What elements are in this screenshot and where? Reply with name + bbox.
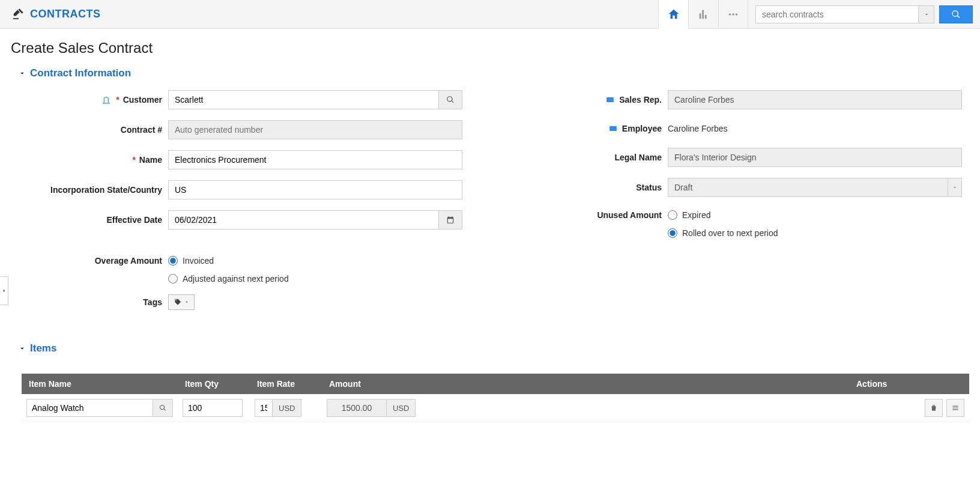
overage-adjusted-radio[interactable] bbox=[168, 274, 178, 284]
caret-down-icon bbox=[184, 300, 189, 305]
section-contract-info-title: Contract Information bbox=[30, 67, 131, 79]
gavel-icon bbox=[12, 7, 25, 22]
th-amount: Amount bbox=[322, 374, 430, 394]
employee-value: Caroline Forbes bbox=[668, 120, 728, 137]
tag-icon bbox=[174, 298, 182, 306]
label-contract-no: Contract # bbox=[121, 125, 162, 135]
svg-rect-3 bbox=[606, 97, 614, 102]
section-items-toggle[interactable]: Items bbox=[18, 342, 969, 354]
id-card-icon bbox=[605, 96, 616, 104]
row-options-button[interactable] bbox=[946, 399, 964, 417]
chevron-right-icon bbox=[1, 288, 7, 294]
label-employee: Employee bbox=[622, 124, 662, 133]
overage-invoiced-label: Invoiced bbox=[183, 256, 214, 266]
status-value[interactable] bbox=[668, 178, 948, 197]
customer-lookup-button[interactable] bbox=[439, 90, 462, 109]
calendar-icon bbox=[446, 216, 455, 224]
th-item-qty: Item Qty bbox=[178, 374, 250, 394]
page-title: Create Sales Contract bbox=[0, 29, 980, 61]
search-input[interactable] bbox=[756, 6, 918, 23]
home-button[interactable] bbox=[658, 0, 688, 29]
required-marker: * bbox=[132, 155, 135, 165]
unused-expired-option[interactable]: Expired bbox=[668, 210, 778, 220]
item-rate-input[interactable] bbox=[255, 399, 273, 417]
trash-icon bbox=[930, 404, 938, 412]
overage-amount-group: Invoiced Adjusted against next period bbox=[168, 254, 289, 284]
building-icon bbox=[101, 96, 112, 104]
status-select[interactable] bbox=[668, 178, 962, 197]
unused-expired-label: Expired bbox=[682, 210, 710, 220]
caret-down-icon bbox=[952, 184, 958, 190]
items-table: Item Name Item Qty Item Rate Amount Acti… bbox=[22, 374, 969, 422]
overage-adjusted-option[interactable]: Adjusted against next period bbox=[168, 274, 289, 284]
status-caret[interactable] bbox=[948, 178, 962, 197]
required-marker: * bbox=[116, 95, 119, 105]
overage-adjusted-label: Adjusted against next period bbox=[183, 274, 289, 284]
label-name: Name bbox=[139, 155, 162, 165]
unused-rolled-radio[interactable] bbox=[668, 228, 677, 238]
unused-rolled-option[interactable]: Rolled over to next period bbox=[668, 228, 778, 238]
label-tags: Tags bbox=[143, 297, 162, 307]
label-inc-state: Incorporation State/Country bbox=[50, 185, 162, 195]
section-contract-info-toggle[interactable]: Contract Information bbox=[18, 67, 969, 79]
effective-date-input[interactable] bbox=[168, 210, 439, 229]
topbar: CONTRACTS bbox=[0, 0, 980, 29]
th-item-rate: Item Rate bbox=[250, 374, 322, 394]
label-legal-name: Legal Name bbox=[614, 153, 662, 162]
section-items-title: Items bbox=[30, 342, 56, 354]
search-icon bbox=[159, 404, 166, 412]
th-actions: Actions bbox=[849, 374, 969, 394]
items-table-header: Item Name Item Qty Item Rate Amount Acti… bbox=[22, 374, 969, 394]
table-row: USD USD bbox=[22, 394, 969, 422]
id-card-icon bbox=[608, 124, 619, 133]
item-rate-currency: USD bbox=[273, 399, 301, 417]
contract-no-input bbox=[168, 120, 462, 139]
date-picker-button[interactable] bbox=[439, 210, 462, 229]
overage-invoiced-radio[interactable] bbox=[168, 256, 178, 266]
item-name-input[interactable] bbox=[26, 399, 153, 417]
svg-point-2 bbox=[736, 13, 738, 16]
label-customer: Customer bbox=[123, 95, 162, 105]
legal-name-input bbox=[668, 148, 962, 167]
svg-rect-4 bbox=[609, 126, 617, 131]
search-icon bbox=[446, 96, 455, 104]
sales-rep-input bbox=[668, 90, 962, 109]
chevron-down-icon bbox=[18, 69, 26, 77]
search-button[interactable] bbox=[939, 5, 973, 23]
customer-input[interactable] bbox=[168, 90, 439, 109]
expand-panel-tab[interactable] bbox=[0, 276, 8, 305]
item-lookup-button[interactable] bbox=[153, 399, 173, 417]
analytics-button[interactable] bbox=[688, 0, 718, 29]
label-effective-date: Effective Date bbox=[106, 215, 162, 225]
unused-amount-group: Expired Rolled over to next period bbox=[668, 208, 778, 238]
svg-point-0 bbox=[729, 13, 731, 16]
chevron-down-icon bbox=[18, 344, 26, 353]
overage-invoiced-option[interactable]: Invoiced bbox=[168, 256, 289, 266]
svg-point-1 bbox=[732, 13, 734, 16]
label-status: Status bbox=[636, 183, 662, 192]
th-item-name: Item Name bbox=[22, 374, 178, 394]
item-amount-currency: USD bbox=[387, 399, 416, 417]
unused-rolled-label: Rolled over to next period bbox=[682, 228, 778, 238]
list-icon bbox=[951, 404, 960, 412]
unused-expired-radio[interactable] bbox=[668, 210, 677, 220]
label-unused-amt: Unused Amount bbox=[597, 210, 662, 220]
name-input[interactable] bbox=[168, 150, 462, 169]
module-title: CONTRACTS bbox=[30, 8, 101, 20]
delete-row-button[interactable] bbox=[925, 399, 943, 417]
inc-state-input[interactable] bbox=[168, 180, 462, 199]
item-qty-input[interactable] bbox=[183, 399, 243, 417]
label-sales-rep: Sales Rep. bbox=[619, 95, 662, 105]
label-overage-amt: Overage Amount bbox=[95, 256, 162, 266]
tags-button[interactable] bbox=[168, 294, 195, 310]
search-scope-dropdown[interactable] bbox=[918, 6, 934, 23]
more-button[interactable] bbox=[718, 0, 748, 29]
item-amount-input bbox=[327, 399, 387, 417]
